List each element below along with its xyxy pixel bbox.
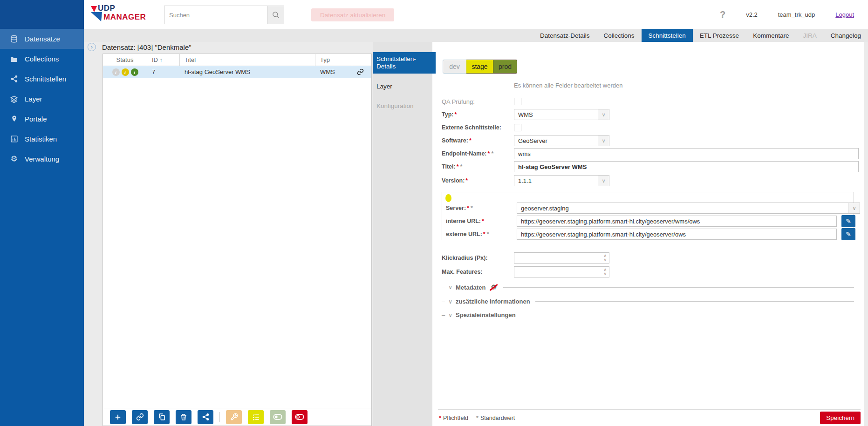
sidebar-item-portale[interactable]: Portale — [0, 109, 84, 129]
toggle-on-button[interactable] — [270, 410, 286, 424]
detail-nav-layer[interactable]: Layer — [373, 80, 432, 93]
klickradius-row: Klickradius (Px): ∧∨ — [442, 252, 609, 264]
tab-changelog[interactable]: Changelog — [824, 29, 868, 42]
section-metadaten[interactable]: – ∨ Metadaten ⚙ — [442, 283, 854, 291]
interne-url-label: interne URL:* — [446, 218, 517, 224]
spinner-icon[interactable]: ∧∨ — [603, 254, 607, 262]
logout-link[interactable]: Logout — [835, 11, 854, 18]
tab-bar: Datensatz-Details Collections Schnittste… — [84, 29, 868, 42]
max-features-input[interactable]: ∧∨ — [514, 266, 609, 277]
add-button[interactable] — [110, 410, 126, 424]
sidebar-item-datensaetze[interactable]: Datensätze — [0, 29, 84, 49]
chevron-down-icon: ∨ — [598, 176, 609, 186]
delete-button[interactable] — [176, 410, 191, 424]
edit-info-text: Es können alle Felder bearbeitet werden — [514, 82, 622, 89]
externe-schnittstelle-label: Externe Schnittstelle: — [442, 124, 514, 131]
share-button[interactable] — [198, 410, 213, 424]
section-spezialeinstellungen[interactable]: – ∨ Spezialeinstellungen — [442, 311, 854, 318]
qa-checkbox[interactable] — [514, 98, 521, 105]
search-button[interactable] — [267, 6, 284, 24]
titel-input[interactable] — [514, 161, 859, 172]
app-version: v2.2 — [746, 11, 758, 18]
env-prod-button[interactable]: prod — [493, 60, 517, 74]
edit-interne-url-button[interactable]: ✎ — [841, 215, 855, 227]
standard-marker: * — [476, 415, 478, 421]
sidebar-item-verwaltung[interactable]: ⚙ Verwaltung — [0, 149, 84, 169]
tab-etl-prozesse[interactable]: ETL Prozesse — [693, 29, 746, 42]
update-dataset-button: Datensatz aktualisieren — [311, 8, 394, 21]
spinner-icon[interactable]: ∧∨ — [603, 268, 607, 276]
section-label: Spezialeinstellungen — [456, 311, 516, 318]
tab-datensatz-details[interactable]: Datensatz-Details — [533, 29, 597, 42]
qa-label: QA Prüfung: — [442, 98, 514, 105]
detail-nav-schnittstellen-details[interactable]: Schnittstellen-Details — [373, 52, 436, 74]
dataset-title: Datensatz: [403] "Denkmale" — [102, 43, 191, 51]
column-typ[interactable]: Typ — [315, 54, 352, 66]
typ-select[interactable]: WMS ∨ — [514, 109, 609, 120]
expand-dataset-icon[interactable]: › — [88, 43, 96, 51]
column-titel[interactable]: Titel — [180, 54, 315, 66]
server-select[interactable]: geoserver.staging ∨ — [517, 203, 860, 214]
tab-schnittstellen[interactable]: Schnittstellen — [642, 29, 693, 42]
detail-nav: Schnittstellen-Details Layer Konfigurati… — [373, 42, 432, 426]
edit-externe-url-button[interactable]: ✎ — [841, 228, 855, 240]
copy-button[interactable] — [154, 410, 170, 424]
sidebar-item-schnittstellen[interactable]: Schnittstellen — [0, 69, 84, 89]
server-row: Server:** geoserver.staging ∨ — [446, 203, 860, 214]
section-divider — [535, 301, 854, 302]
sidebar-item-label: Portale — [25, 115, 47, 123]
trash-icon — [180, 413, 187, 421]
externe-url-label: externe URL:** — [446, 231, 517, 237]
server-select-value: geoserver.staging — [517, 205, 848, 212]
sidebar-item-layer[interactable]: Layer — [0, 89, 84, 109]
klickradius-input[interactable]: ∧∨ — [514, 252, 609, 264]
chevron-down-icon: ∨ — [448, 298, 452, 305]
tab-kommentare[interactable]: Kommentare — [746, 29, 796, 42]
software-select-value: GeoServer — [514, 137, 598, 144]
typ-row: Typ:* WMS ∨ — [442, 109, 609, 120]
software-select[interactable]: GeoServer ∨ — [514, 135, 609, 146]
search-input[interactable] — [164, 6, 267, 24]
column-status[interactable]: Status — [103, 54, 147, 66]
sidebar-item-statistiken[interactable]: Statistiken — [0, 129, 84, 149]
chevron-down-icon: ∨ — [448, 284, 452, 291]
save-button[interactable]: Speichern — [820, 412, 861, 424]
checklist-button[interactable] — [248, 410, 264, 424]
detail-nav-konfiguration: Konfiguration — [373, 99, 432, 113]
search-icon — [272, 11, 280, 19]
sidebar: Datensätze Collections Schnittstellen La… — [0, 0, 84, 426]
titel-row: Titel:** — [442, 161, 859, 172]
interface-list-panel: Status ID ↑ Titel Typ i i i 7 hl-stag Ge… — [103, 54, 372, 426]
database-icon — [10, 35, 18, 43]
list-toolbar — [103, 408, 371, 426]
layers-icon — [10, 95, 18, 103]
copy-icon — [158, 413, 166, 421]
toggle-on-icon — [273, 413, 282, 420]
version-select-value: 1.1.1 — [514, 177, 598, 184]
pencil-icon: ✎ — [846, 217, 851, 225]
standard-legend: Standardwert — [480, 415, 515, 421]
externe-url-input[interactable] — [517, 229, 837, 240]
plus-icon — [114, 413, 122, 421]
endpoint-input[interactable] — [514, 148, 859, 159]
interne-url-input[interactable] — [517, 216, 837, 227]
env-stage-button[interactable]: stage — [466, 60, 493, 74]
table-header: Status ID ↑ Titel Typ — [103, 54, 371, 66]
table-row[interactable]: i i i 7 hl-stag GeoServer WMS WMS — [103, 66, 371, 78]
externe-schnittstelle-checkbox[interactable] — [514, 124, 521, 131]
tab-collections[interactable]: Collections — [597, 29, 642, 42]
tools-button[interactable] — [226, 410, 242, 424]
link-button[interactable] — [132, 410, 148, 424]
help-icon[interactable]: ? — [720, 9, 725, 20]
toggle-off-button[interactable] — [292, 410, 308, 424]
version-select[interactable]: 1.1.1 ∨ — [514, 175, 609, 186]
server-status-dot — [445, 194, 451, 202]
required-marker: * — [439, 415, 441, 421]
cell-titel: hl-stag GeoServer WMS — [180, 68, 315, 75]
row-link-icon[interactable] — [352, 68, 371, 75]
sidebar-item-collections[interactable]: Collections — [0, 49, 84, 69]
sidebar-item-label: Statistiken — [25, 135, 57, 143]
sidebar-item-label: Layer — [25, 95, 42, 103]
section-zusaetzliche-informationen[interactable]: – ∨ zusätzliche Informationen — [442, 298, 854, 305]
column-id[interactable]: ID ↑ — [147, 54, 180, 66]
